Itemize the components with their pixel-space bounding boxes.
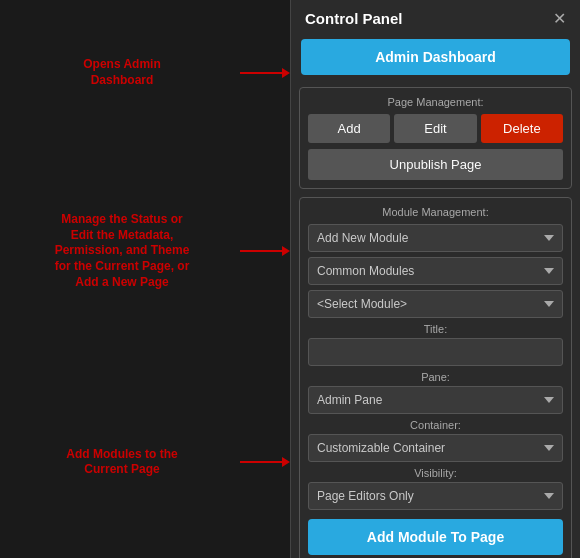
page-management-section: Page Management: Add Edit Delete Unpubli…	[299, 87, 572, 189]
unpublish-page-button[interactable]: Unpublish Page	[308, 149, 563, 180]
title-input[interactable]	[308, 338, 563, 366]
visibility-select[interactable]: Page Editors Only	[308, 482, 563, 510]
annotations-panel: Opens Admin Dashboard Manage the Status …	[0, 0, 290, 558]
admin-dashboard-button[interactable]: Admin Dashboard	[301, 39, 570, 75]
container-select[interactable]: Customizable Container	[308, 434, 563, 462]
module-management-section: Module Management: Add New Module Common…	[299, 197, 572, 558]
panel-title: Control Panel	[305, 10, 403, 27]
close-button[interactable]: ✕	[553, 11, 566, 27]
visibility-label: Visibility:	[308, 467, 563, 479]
add-module-button[interactable]: Add Module To Page	[308, 519, 563, 555]
annotation-1: Opens Admin Dashboard	[10, 57, 234, 88]
container-label: Container:	[308, 419, 563, 431]
delete-page-button[interactable]: Delete	[481, 114, 563, 143]
annotation-3: Add Modules to the Current Page	[10, 447, 234, 478]
annotation-2: Manage the Status or Edit the Metadata, …	[10, 212, 234, 290]
panel-header: Control Panel ✕	[291, 0, 580, 35]
title-label: Title:	[308, 323, 563, 335]
page-management-label: Page Management:	[308, 96, 563, 108]
annotation-arrow-3	[240, 455, 290, 469]
edit-page-button[interactable]: Edit	[394, 114, 476, 143]
pane-label: Pane:	[308, 371, 563, 383]
select-module-select[interactable]: <Select Module>	[308, 290, 563, 318]
annotation-arrow-2	[240, 244, 290, 258]
add-new-module-select[interactable]: Add New Module	[308, 224, 563, 252]
annotation-arrow-1	[240, 66, 290, 80]
common-modules-select[interactable]: Common Modules	[308, 257, 563, 285]
pane-select[interactable]: Admin Pane	[308, 386, 563, 414]
add-page-button[interactable]: Add	[308, 114, 390, 143]
page-management-buttons: Add Edit Delete	[308, 114, 563, 143]
control-panel: Control Panel ✕ Admin Dashboard Page Man…	[290, 0, 580, 558]
module-management-label: Module Management:	[308, 206, 563, 218]
